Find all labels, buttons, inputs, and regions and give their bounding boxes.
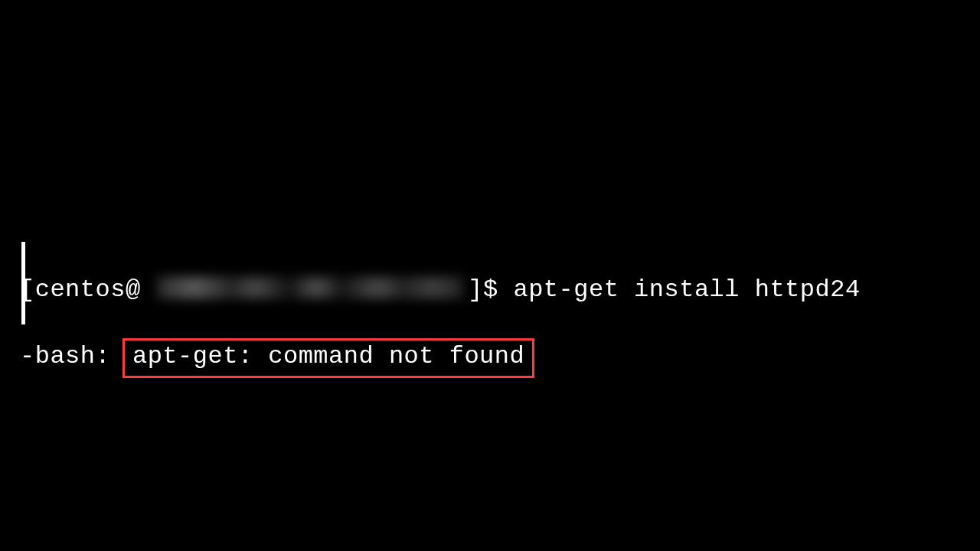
error-prefix: -bash: xyxy=(20,342,126,370)
error-highlight-box: apt-get: command not found xyxy=(122,338,534,378)
terminal-line-command: [centos@ ]$ apt-get install httpd24 xyxy=(20,274,861,306)
hostname-redacted xyxy=(157,276,463,299)
terminal-output[interactable]: [centos@ ]$ apt-get install httpd24 -bas… xyxy=(20,242,861,410)
terminal-line-error: -bash: apt-get: command not found xyxy=(20,338,861,378)
error-message: apt-get: command not found xyxy=(132,342,524,370)
prompt-close: ]$ xyxy=(468,276,498,304)
command-text: apt-get install httpd24 xyxy=(513,276,860,304)
prompt-open: [centos@ xyxy=(20,276,141,304)
